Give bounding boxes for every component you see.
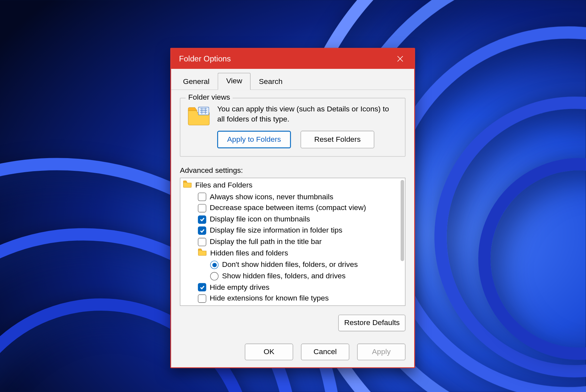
tree-group-label: Files and Folders — [195, 180, 252, 191]
folder-views-legend: Folder views — [186, 93, 233, 102]
option-label: Hide extensions for known file types — [210, 293, 329, 304]
option-size-tips[interactable]: Display file size information in folder … — [198, 225, 405, 237]
apply-button[interactable]: Apply — [357, 344, 405, 360]
checkbox-icon — [198, 238, 206, 246]
reset-folders-button[interactable]: Reset Folders — [301, 131, 374, 148]
tree-group-label: Hidden files and folders — [210, 248, 288, 259]
option-icon-thumbnails[interactable]: Display file icon on thumbnails — [198, 214, 405, 225]
folder-options-dialog: Folder Options General View Search Folde… — [170, 48, 415, 368]
cancel-button[interactable]: Cancel — [301, 344, 350, 360]
titlebar[interactable]: Folder Options — [171, 49, 414, 69]
tab-view[interactable]: View — [218, 73, 251, 90]
option-hide-empty-drives[interactable]: Hide empty drives — [198, 282, 405, 293]
checkbox-checked-icon — [198, 215, 206, 224]
advanced-settings-label: Advanced settings: — [180, 166, 405, 175]
checkbox-checked-icon — [198, 283, 206, 292]
option-full-path-title[interactable]: Display the full path in the title bar — [198, 237, 405, 248]
option-label: Hide empty drives — [210, 282, 269, 293]
advanced-settings-list[interactable]: Files and Folders Always show icons, nev… — [180, 178, 405, 306]
checkbox-icon — [198, 193, 206, 201]
tree-group-files-folders: Files and Folders — [183, 180, 405, 192]
option-label: Decrease space between items (compact vi… — [210, 203, 366, 214]
tab-general[interactable]: General — [175, 73, 218, 90]
option-hidden-show[interactable]: Show hidden files, folders, and drives — [210, 271, 405, 282]
radio-selected-icon — [210, 261, 219, 269]
dialog-content: Folder views You can apply this view (su… — [171, 90, 414, 337]
svg-rect-0 — [198, 107, 209, 115]
close-icon — [397, 55, 403, 62]
option-label: Display file size information in folder … — [210, 225, 342, 236]
option-hidden-dont-show[interactable]: Don't show hidden files, folders, or dri… — [210, 259, 405, 270]
option-always-icons[interactable]: Always show icons, never thumbnails — [198, 191, 405, 203]
checkbox-checked-icon — [198, 226, 206, 235]
folder-icon — [198, 248, 207, 259]
dialog-button-row: OK Cancel Apply — [171, 337, 414, 367]
radio-icon — [210, 272, 219, 281]
option-hide-extensions[interactable]: Hide extensions for known file types — [198, 293, 405, 304]
folder-views-group: Folder views You can apply this view (su… — [180, 98, 405, 157]
option-label: Hide folder merge conflicts — [210, 304, 298, 306]
tabstrip: General View Search — [171, 69, 414, 90]
checkbox-icon — [198, 204, 206, 213]
option-hide-merge-conflicts[interactable]: Hide folder merge conflicts — [198, 304, 405, 306]
option-label: Don't show hidden files, folders, or dri… — [222, 259, 358, 270]
restore-defaults-button[interactable]: Restore Defaults — [338, 315, 405, 331]
ok-button[interactable]: OK — [245, 344, 293, 360]
folder-views-description: You can apply this view (such as Details… — [217, 105, 398, 125]
option-label: Always show icons, never thumbnails — [210, 191, 333, 202]
option-compact-view[interactable]: Decrease space between items (compact vi… — [198, 203, 405, 214]
checkbox-icon — [198, 294, 206, 303]
option-label: Display the full path in the title bar — [210, 237, 322, 247]
tab-search[interactable]: Search — [251, 73, 291, 90]
folder-icon — [183, 180, 192, 191]
dialog-title: Folder Options — [179, 54, 392, 63]
tree-group-hidden: Hidden files and folders — [198, 248, 405, 260]
close-button[interactable] — [392, 51, 408, 67]
folder-views-icon — [187, 105, 210, 148]
scrollbar-thumb[interactable] — [400, 180, 404, 261]
apply-to-folders-button[interactable]: Apply to Folders — [217, 131, 291, 148]
option-label: Display file icon on thumbnails — [210, 214, 310, 225]
option-label: Show hidden files, folders, and drives — [222, 271, 346, 282]
